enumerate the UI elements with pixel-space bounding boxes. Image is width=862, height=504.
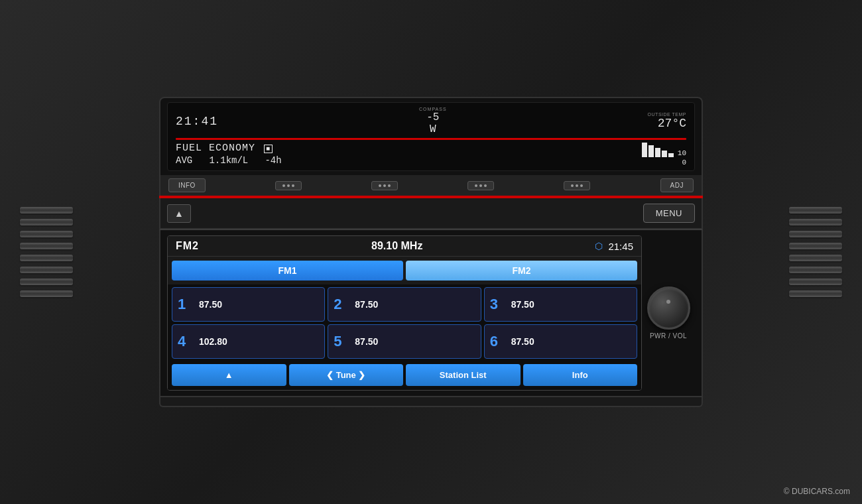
vent-slat (20, 243, 73, 249)
tab-fm2[interactable]: FM2 (406, 261, 637, 281)
volume-knob[interactable] (647, 286, 690, 330)
preset-freq-6: 87.50 (511, 336, 534, 347)
mid-adj-button[interactable]: ADJ (660, 178, 694, 192)
preset-button-5[interactable]: 5 87.50 (328, 324, 481, 359)
bluetooth-icon: ⬡ (595, 241, 603, 251)
vent-slat (20, 279, 73, 285)
dot (379, 184, 381, 187)
scan-up-button[interactable]: ▲ (172, 364, 286, 386)
mid-temp-label: OUTSIDE TEMP (648, 112, 686, 117)
mid-screen: 21:41 COMPASS -5 W OUTSIDE TEMP 27°C (167, 102, 695, 171)
vent-slat (20, 290, 73, 297)
dot (475, 184, 477, 187)
center-console: 21:41 COMPASS -5 W OUTSIDE TEMP 27°C (133, 97, 729, 407)
eject-button[interactable]: ▲ (167, 204, 191, 223)
mid-dots-btn-4[interactable] (564, 181, 590, 190)
dot (388, 184, 391, 187)
preset-num-3: 3 (490, 296, 506, 313)
preset-freq-1: 87.50 (199, 299, 222, 310)
mid-dots-btn-1[interactable] (275, 181, 302, 190)
screen-bottom (159, 397, 703, 407)
touchscreen: FM2 89.10 MHz ⬡ 21:45 FM1 FM2 (167, 235, 642, 391)
mid-compass-section: COMPASS -5 W (419, 107, 447, 135)
info-button[interactable]: Info (523, 364, 638, 386)
mid-display-container: 21:41 COMPASS -5 W OUTSIDE TEMP 27°C (159, 97, 703, 175)
preset-freq-2: 87.50 (355, 299, 378, 310)
menu-button[interactable]: MENU (643, 204, 695, 223)
tab-fm1[interactable]: FM1 (172, 261, 403, 281)
mid-dots-btn-2[interactable] (371, 181, 398, 190)
preset-num-4: 4 (178, 333, 194, 350)
dot (479, 184, 482, 187)
mid-red-line (176, 138, 686, 140)
vent-slat (20, 231, 73, 237)
vent-slat (789, 207, 842, 214)
mid-temp-value: 27°C (658, 117, 686, 130)
ts-mode: FM2 (176, 240, 199, 252)
vent-slat (20, 267, 73, 273)
dot (282, 184, 285, 187)
preset-button-1[interactable]: 1 87.50 (172, 287, 325, 322)
dot (571, 184, 574, 187)
mid-bar-section: 10 0 (642, 143, 686, 166)
mid-bar (668, 153, 674, 157)
ts-bottom-bar: ▲ ❮ Tune ❯ Station List Info (168, 361, 641, 390)
mid-compass-label: COMPASS (419, 107, 447, 111)
dot (576, 184, 578, 187)
preset-freq-4: 102.80 (199, 336, 227, 347)
mid-bar (642, 143, 647, 157)
mid-compass-value: -5 (426, 111, 439, 123)
knob-dot (666, 300, 670, 304)
preset-freq-3: 87.50 (511, 299, 534, 310)
mid-bar-max: 10 (678, 149, 686, 157)
mid-fuel-economy-label: FUEL ECONOMY ■ (176, 143, 282, 154)
ts-frequency: 89.10 MHz (371, 240, 422, 252)
preset-button-2[interactable]: 2 87.50 (328, 287, 481, 322)
preset-button-4[interactable]: 4 102.80 (172, 324, 325, 359)
vent-slat (789, 219, 842, 225)
mid-time: 21:41 (176, 115, 218, 128)
vent-left (13, 146, 80, 358)
ts-status-bar: FM2 89.10 MHz ⬡ 21:45 (168, 236, 641, 257)
mid-info-button[interactable]: INFO (168, 178, 206, 192)
touchscreen-wrapper: FM2 89.10 MHz ⬡ 21:45 FM1 FM2 (159, 229, 703, 397)
mid-temp-section: OUTSIDE TEMP 27°C (648, 112, 686, 130)
mid-bar-min: 0 (682, 158, 686, 166)
ts-preset-row-1: 1 87.50 2 87.50 3 87.50 (172, 287, 637, 322)
mid-bar (662, 151, 667, 157)
mid-compass-dir: W (430, 123, 436, 135)
vent-slat (20, 219, 73, 225)
watermark: © DUBICARS.com (784, 487, 850, 496)
preset-num-6: 6 (490, 333, 506, 350)
mid-bar (648, 145, 654, 157)
vent-slat (20, 207, 73, 214)
ts-status-right: ⬡ 21:45 (595, 241, 633, 252)
station-list-button[interactable]: Station List (406, 364, 521, 386)
preset-num-1: 1 (178, 296, 194, 313)
ts-tabs: FM1 FM2 (168, 257, 641, 284)
vent-slat (789, 255, 842, 261)
dot (484, 184, 487, 187)
knob-area: PWR / VOL (642, 235, 695, 391)
dot (287, 184, 290, 187)
preset-button-6[interactable]: 6 87.50 (484, 324, 637, 359)
vent-slat (789, 231, 842, 237)
tune-button[interactable]: ❮ Tune ❯ (289, 364, 404, 386)
vent-slat (789, 267, 842, 273)
preset-freq-5: 87.50 (355, 336, 378, 347)
preset-num-5: 5 (334, 333, 349, 350)
ts-presets: 1 87.50 2 87.50 3 87.50 (168, 284, 641, 361)
mid-avg-row: AVG 1.1km/L -4h (176, 155, 282, 166)
dot (383, 184, 386, 187)
mid-fuel-icon: ■ (264, 145, 273, 153)
mid-dots-btn-3[interactable] (467, 181, 494, 190)
ts-time: 21:45 (608, 241, 633, 252)
radio-unit: ▲ MENU (159, 198, 703, 229)
pwr-vol-label: PWR / VOL (647, 332, 690, 340)
vent-slat (789, 290, 842, 297)
dot (292, 184, 294, 187)
ts-preset-row-2: 4 102.80 5 87.50 6 87.50 (172, 324, 637, 359)
preset-button-3[interactable]: 3 87.50 (484, 287, 637, 322)
mid-bar (655, 148, 660, 157)
vent-slat (789, 243, 842, 249)
